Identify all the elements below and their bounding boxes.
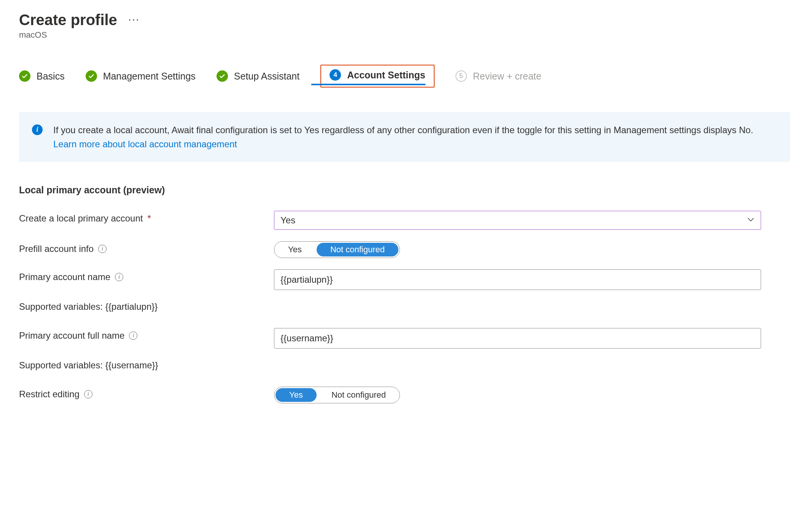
label-primary-account-name: Primary account name i <box>19 269 274 282</box>
control-prefill-account-info: Yes Not configured <box>274 241 761 258</box>
label-primary-account-full-name: Primary account full name i <box>19 328 274 341</box>
step-account-settings-highlight: 4 Account Settings <box>320 65 435 88</box>
prefill-toggle: Yes Not configured <box>274 241 400 258</box>
wizard-stepper: Basics Management Settings Setup Assista… <box>19 65 790 88</box>
prefill-yes-option[interactable]: Yes <box>274 242 315 258</box>
step-number-icon: 4 <box>330 69 341 81</box>
step-account-settings[interactable]: 4 Account Settings <box>330 69 425 81</box>
hint-primary-account-name: Supported variables: {{partialupn}} <box>19 301 790 312</box>
info-tooltip-icon[interactable]: i <box>115 273 123 281</box>
step-basics[interactable]: Basics <box>19 70 65 82</box>
label-text: Create a local primary account <box>19 213 143 224</box>
restrict-notconfigured-option[interactable]: Not configured <box>318 387 400 403</box>
step-label: Management Settings <box>103 71 196 82</box>
prefill-notconfigured-option[interactable]: Not configured <box>317 243 398 256</box>
label-text: Primary account name <box>19 272 110 282</box>
row-primary-account-full-name: Primary account full name i <box>19 328 790 349</box>
page-root: Create profile ··· macOS Basics Manageme… <box>0 0 809 426</box>
check-circle-icon <box>86 70 97 82</box>
page-header: Create profile ··· macOS <box>19 11 790 40</box>
page-title: Create profile <box>19 11 117 29</box>
banner-text: If you create a local account, Await fin… <box>53 125 753 135</box>
create-local-account-dropdown[interactable]: Yes <box>274 211 761 230</box>
required-asterisk: * <box>147 213 151 224</box>
info-icon: i <box>32 124 43 135</box>
control-create-local-account: Yes <box>274 211 761 230</box>
info-banner: i If you create a local account, Await f… <box>19 112 790 162</box>
title-row: Create profile ··· <box>19 11 790 29</box>
restrict-editing-toggle: Yes Not configured <box>274 387 400 403</box>
control-restrict-editing: Yes Not configured <box>274 387 761 403</box>
restrict-yes-option[interactable]: Yes <box>276 388 317 402</box>
hint-primary-account-full-name: Supported variables: {{username}} <box>19 360 790 371</box>
primary-account-full-name-input[interactable] <box>274 328 761 349</box>
row-restrict-editing: Restrict editing i Yes Not configured <box>19 387 790 403</box>
chevron-down-icon <box>747 215 755 226</box>
more-actions-icon[interactable]: ··· <box>129 15 140 25</box>
row-create-local-account: Create a local primary account * Yes <box>19 211 790 230</box>
label-restrict-editing: Restrict editing i <box>19 387 274 400</box>
step-label: Review + create <box>473 71 541 82</box>
control-primary-account-name <box>274 269 761 290</box>
dropdown-value: Yes <box>280 215 295 226</box>
step-setup-assistant[interactable]: Setup Assistant <box>217 70 299 82</box>
step-review-create[interactable]: 5 Review + create <box>455 70 541 82</box>
section-title: Local primary account (preview) <box>19 185 790 196</box>
label-prefill-account-info: Prefill account info i <box>19 241 274 254</box>
label-create-local-account: Create a local primary account * <box>19 211 274 224</box>
step-label: Account Settings <box>347 70 425 81</box>
info-tooltip-icon[interactable]: i <box>98 245 107 253</box>
label-text: Prefill account info <box>19 244 94 254</box>
row-prefill-account-info: Prefill account info i Yes Not configure… <box>19 241 790 258</box>
info-tooltip-icon[interactable]: i <box>129 331 137 340</box>
row-primary-account-name: Primary account name i <box>19 269 790 290</box>
banner-text-container: If you create a local account, Await fin… <box>53 123 777 151</box>
info-tooltip-icon[interactable]: i <box>84 390 92 398</box>
step-label: Basics <box>37 71 65 82</box>
primary-account-name-input[interactable] <box>274 269 761 290</box>
step-number-icon: 5 <box>455 70 467 82</box>
control-primary-account-full-name <box>274 328 761 349</box>
step-label: Setup Assistant <box>234 71 299 82</box>
step-management-settings[interactable]: Management Settings <box>86 70 196 82</box>
check-circle-icon <box>19 70 30 82</box>
label-text: Primary account full name <box>19 330 124 341</box>
banner-link[interactable]: Learn more about local account managemen… <box>53 139 237 149</box>
page-subtitle: macOS <box>19 30 790 40</box>
check-circle-icon <box>217 70 228 82</box>
label-text: Restrict editing <box>19 389 80 400</box>
